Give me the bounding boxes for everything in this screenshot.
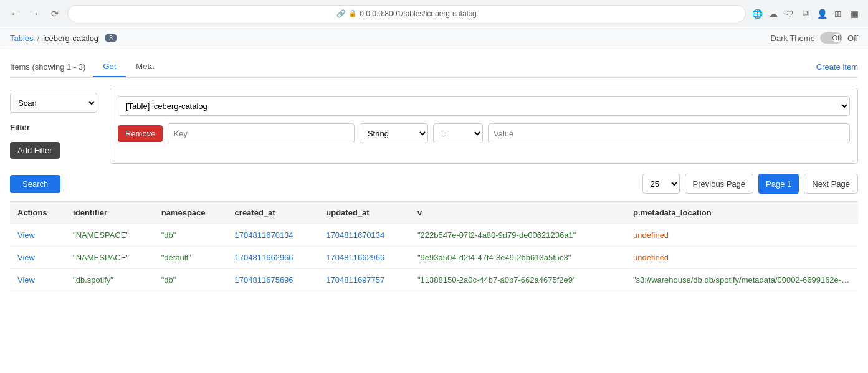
main-content: Items (showing 1 - 3) Get Meta Create it…	[0, 49, 868, 299]
pagination-controls: 25 50 100 Previous Page Page 1 Next Page	[642, 174, 858, 194]
row1-view-link[interactable]: View	[17, 230, 35, 240]
page: Tables / iceberg-catalog 3 Dark Theme Of…	[0, 27, 868, 299]
link-icon: 🔗	[336, 9, 346, 18]
back-button[interactable]: ←	[7, 6, 22, 21]
theme-toggle-switch[interactable]: Off	[820, 32, 842, 44]
row2-v: "9e93a504-d2f4-47f4-8e49-2bb613a5f5c3"	[410, 247, 626, 269]
row3-metadata-location: "s3://warehouse/db.db/spotify/metadata/0…	[626, 269, 858, 291]
tables-link[interactable]: Tables	[10, 34, 34, 43]
extensions-icon[interactable]: ⊞	[832, 7, 844, 20]
row2-updated-at-link[interactable]: 1704811662966	[326, 253, 384, 262]
forward-button[interactable]: →	[27, 6, 42, 21]
item-count-badge: 3	[105, 34, 117, 42]
create-item-button[interactable]: Create item	[816, 62, 858, 72]
tab-meta[interactable]: Meta	[126, 57, 164, 77]
filter-label: Filter	[10, 123, 110, 132]
tab-get[interactable]: Get	[93, 57, 126, 77]
address-bar[interactable]: 🔗 🔒 0.0.0.0:8001/tables/iceberg-catalog	[67, 5, 746, 22]
per-page-select[interactable]: 25 50 100	[642, 174, 680, 194]
row1-created-at: 1704811670134	[227, 224, 319, 247]
filter-section: Scan Filter Add Filter [Table] iceberg-c…	[10, 88, 858, 164]
type-select[interactable]: String Number Boolean	[360, 123, 428, 143]
current-page-indicator: Page 1	[758, 174, 799, 194]
table-row: View "NAMESPACE" "db" 1704811670134 1704…	[10, 224, 858, 247]
row2-metadata-location: undefined	[626, 247, 858, 269]
dark-theme-label: Dark Theme	[771, 34, 815, 43]
row3-created-at: 1704811675696	[227, 269, 319, 291]
browser-chrome: ← → ⟳ 🔗 🔒 0.0.0.0:8001/tables/iceberg-ca…	[0, 0, 868, 27]
row1-identifier: "NAMESPACE"	[65, 224, 154, 247]
row2-view-link[interactable]: View	[17, 253, 35, 262]
row3-updated-at-link[interactable]: 1704811697757	[326, 275, 384, 285]
row1-actions: View	[10, 224, 65, 247]
col-created-at: created_at	[227, 202, 319, 224]
data-table: Actions identifier namespace created_at …	[10, 201, 858, 291]
operator-select[interactable]: = != < >	[433, 123, 483, 143]
row2-identifier: "NAMESPACE"	[65, 247, 154, 269]
row3-v: "11388150-2a0c-44b7-a0b7-662a4675f2e9"	[410, 269, 626, 291]
row1-updated-at-link[interactable]: 1704811670134	[326, 230, 384, 240]
row3-identifier: "db.spotify"	[65, 269, 154, 291]
filter-left: Scan Filter Add Filter	[10, 88, 110, 164]
lock-icon: 🔒	[348, 9, 357, 17]
col-v: v	[410, 202, 626, 224]
breadcrumb-current: iceberg-catalog	[43, 34, 98, 43]
filter-row: Remove String Number Boolean = != < >	[118, 123, 850, 143]
row1-updated-at: 1704811670134	[318, 224, 410, 247]
col-actions: Actions	[10, 202, 65, 224]
breadcrumb: Tables / iceberg-catalog 3	[10, 34, 117, 43]
col-identifier: identifier	[65, 202, 154, 224]
theme-state-label: Off	[847, 34, 858, 43]
table-header-row: Actions identifier namespace created_at …	[10, 202, 858, 224]
person-icon[interactable]: 👤	[816, 7, 828, 20]
row3-actions: View	[10, 269, 65, 291]
search-bar: Search 25 50 100 Previous Page Page 1 Ne…	[10, 174, 858, 194]
col-updated-at: updated_at	[318, 202, 410, 224]
row2-created-at-link[interactable]: 1704811662966	[235, 253, 293, 262]
row2-actions: View	[10, 247, 65, 269]
row1-v: "222b547e-07f2-4a80-9d79-de00621236a1"	[410, 224, 626, 247]
search-button[interactable]: Search	[10, 175, 60, 193]
dark-theme-toggle[interactable]: Dark Theme Off Off	[771, 32, 858, 44]
table-select[interactable]: [Table] iceberg-catalog	[118, 96, 850, 116]
tabs-bar: Items (showing 1 - 3) Get Meta Create it…	[10, 57, 858, 78]
row1-created-at-link[interactable]: 1704811670134	[235, 230, 293, 240]
items-label: Items (showing 1 - 3)	[10, 57, 93, 77]
shield-icon[interactable]: 🛡	[783, 7, 796, 20]
col-metadata-location: p.metadata_location	[626, 202, 858, 224]
row3-namespace: "db"	[154, 269, 227, 291]
table-row: View "db.spotify" "db" 1704811675696 170…	[10, 269, 858, 291]
refresh-button[interactable]: ⟳	[47, 6, 62, 21]
previous-page-button[interactable]: Previous Page	[685, 174, 754, 194]
key-input[interactable]	[168, 123, 355, 143]
row3-created-at-link[interactable]: 1704811675696	[235, 275, 293, 285]
add-filter-button[interactable]: Add Filter	[10, 142, 60, 159]
globe-icon[interactable]: 🌐	[751, 7, 763, 20]
url-text: 0.0.0.0:8001/tables/iceberg-catalog	[360, 9, 476, 18]
theme-toggle-state: Off	[832, 34, 841, 42]
browser-toolbar-icons: 🌐 ☁ 🛡 ⧉ 👤 ⊞ ▣	[751, 7, 861, 20]
value-input[interactable]	[488, 123, 850, 143]
row1-metadata-location: undefined	[626, 224, 858, 247]
next-page-button[interactable]: Next Page	[804, 174, 858, 194]
row2-updated-at: 1704811662966	[318, 247, 410, 269]
row2-created-at: 1704811662966	[227, 247, 319, 269]
table-row: View "NAMESPACE" "default" 1704811662966…	[10, 247, 858, 269]
breadcrumb-bar: Tables / iceberg-catalog 3 Dark Theme Of…	[0, 27, 868, 49]
cloud-icon[interactable]: ☁	[767, 7, 780, 20]
sidebar-icon[interactable]: ▣	[848, 7, 861, 20]
row1-namespace: "db"	[154, 224, 227, 247]
row3-updated-at: 1704811697757	[318, 269, 410, 291]
breadcrumb-separator: /	[37, 34, 40, 43]
scan-select[interactable]: Scan	[10, 93, 97, 113]
row2-namespace: "default"	[154, 247, 227, 269]
row3-view-link[interactable]: View	[17, 275, 35, 285]
col-namespace: namespace	[154, 202, 227, 224]
layers-icon[interactable]: ⧉	[799, 7, 812, 20]
filter-right: [Table] iceberg-catalog Remove String Nu…	[110, 88, 858, 164]
remove-filter-button[interactable]: Remove	[118, 125, 163, 142]
tabs-left: Items (showing 1 - 3) Get Meta	[10, 57, 164, 77]
